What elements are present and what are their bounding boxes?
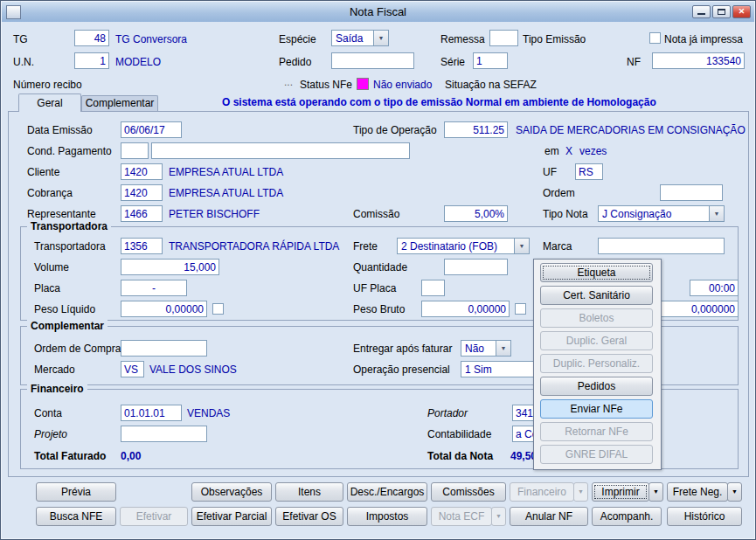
total-faturado-value: 0,00: [121, 450, 141, 462]
peso-bruto-checkbox[interactable]: [515, 303, 526, 315]
status-nfe-swatch: [357, 78, 369, 90]
serie-field[interactable]: 1: [473, 52, 508, 69]
menu-item-etiqueta[interactable]: Etiqueta: [540, 263, 653, 282]
minimize-button[interactable]: [692, 5, 711, 18]
nota-ecf-dropdown-button: ▼: [491, 507, 506, 526]
tipo-operacao-field[interactable]: 511.25: [444, 121, 508, 138]
nota-fiscal-window: Nota Fiscal ✕ TG 48 TG Conversora Espéci…: [0, 0, 756, 540]
anular-nf-button[interactable]: Anular NF: [510, 507, 588, 526]
observacoes-button[interactable]: Observações: [191, 482, 272, 502]
minimize-icon: [697, 13, 705, 15]
frete-neg-dropdown-button[interactable]: ▼: [727, 482, 742, 502]
efetivar-parcial-button[interactable]: Efetivar Parcial: [191, 507, 272, 526]
menu-item-boletos: Boletos: [540, 308, 653, 328]
comissao-label: Comissão: [353, 208, 399, 220]
chevron-down-icon[interactable]: ▼: [496, 341, 510, 356]
comissao-field[interactable]: 5,00%: [444, 205, 508, 222]
cobranca-code-field[interactable]: 1420: [121, 184, 163, 201]
menu-item-cert-sanitario[interactable]: Cert. Sanitário: [540, 286, 653, 305]
projeto-label: Projeto: [34, 428, 67, 440]
frete-select[interactable]: 2 Destinatario (FOB)▼: [397, 238, 530, 254]
representante-code-field[interactable]: 1466: [121, 205, 163, 222]
conta-field[interactable]: 01.01.01: [121, 405, 182, 421]
numero-recibo-label: Número recibo: [13, 79, 82, 91]
volume-field[interactable]: 15,000: [121, 259, 219, 275]
tab-complementar[interactable]: Complementar: [81, 95, 158, 111]
cliente-name: EMPRESA ATUAL LTDA: [169, 166, 283, 178]
remessa-label: Remessa: [440, 33, 485, 45]
ordem-compra-field[interactable]: [121, 340, 207, 357]
impostos-button[interactable]: Impostos: [347, 507, 427, 526]
status-nfe-value: Não enviado: [373, 79, 432, 91]
imprimir-button[interactable]: Imprimir: [592, 482, 649, 502]
menu-item-pedidos[interactable]: Pedidos: [540, 377, 653, 396]
nota-impressa-checkbox[interactable]: [649, 32, 661, 44]
historico-button[interactable]: Histórico: [667, 507, 742, 526]
tg-field[interactable]: 48: [74, 30, 109, 46]
hora-field[interactable]: 00:00: [690, 280, 739, 296]
ordem-field[interactable]: [660, 184, 723, 201]
transportadora-code-field[interactable]: 1356: [121, 238, 163, 254]
efetivar-button: Efetivar: [120, 507, 188, 526]
cobranca-name: EMPRESA ATUAL LTDA: [169, 187, 283, 199]
entregar-select[interactable]: Não▼: [461, 340, 511, 357]
tipo-nota-select[interactable]: J Consignação▼: [598, 205, 725, 222]
pedido-field[interactable]: [331, 52, 414, 69]
titlebar[interactable]: Nota Fiscal ✕: [2, 2, 754, 22]
cond-pagamento-label: Cond. Pagamento: [27, 145, 112, 157]
projeto-field[interactable]: [121, 426, 207, 442]
maximize-button[interactable]: [712, 5, 731, 18]
cond-pagamento-code-field[interactable]: [121, 142, 149, 159]
situacao-sefaz-label: Situação na SEFAZ: [445, 79, 537, 91]
tg-desc: TG Conversora: [115, 33, 187, 45]
ordem-compra-label: Ordem de Compra: [34, 343, 121, 355]
desc-encargos-button[interactable]: Desc./Encargos: [347, 482, 427, 502]
menu-item-duplic-personaliz: Duplic. Personaliz.: [540, 354, 653, 373]
vezes-label: vezes: [579, 145, 607, 157]
menu-item-enviar-nfe[interactable]: Enviar NFe: [540, 399, 653, 419]
representante-name: PETER BISCHOFF: [169, 208, 260, 220]
mercado-code-field[interactable]: VS: [121, 361, 144, 377]
cliente-code-field[interactable]: 1420: [121, 163, 163, 180]
chevron-down-icon[interactable]: ▼: [373, 31, 388, 45]
efetivar-os-button[interactable]: Efetivar OS: [275, 507, 343, 526]
nota-impressa-label: Nota já impressa: [664, 33, 743, 45]
acompanh-button[interactable]: Acompanh.: [592, 507, 662, 526]
operacao-label: Operação presencial: [353, 363, 450, 376]
imprimir-dropdown-button[interactable]: ▼: [648, 482, 663, 502]
data-emissao-field[interactable]: 06/06/17: [121, 121, 182, 138]
vezes-value: X: [565, 145, 572, 157]
uf-field[interactable]: RS: [575, 163, 603, 180]
tab-geral[interactable]: Geral: [18, 93, 81, 112]
peso-liquido-field[interactable]: 0,00000: [121, 301, 207, 317]
remessa-field[interactable]: [489, 30, 518, 46]
homologacao-banner: O sistema está operando com o tipo de em…: [222, 96, 656, 108]
representante-label: Representante: [27, 208, 96, 220]
peso-liquido-checkbox[interactable]: [212, 303, 224, 315]
busca-nfe-button[interactable]: Busca NFE: [36, 507, 116, 526]
quantidade-field[interactable]: [444, 259, 508, 275]
marca-field[interactable]: [598, 238, 725, 254]
placa-field[interactable]: -: [121, 280, 187, 296]
itens-button[interactable]: Itens: [275, 482, 343, 502]
nf-field[interactable]: 133540: [652, 52, 745, 69]
chevron-down-icon[interactable]: ▼: [709, 206, 724, 221]
portador-label: Portador: [427, 407, 468, 419]
un-field[interactable]: 1: [74, 52, 109, 69]
frete-neg-button[interactable]: Frete Neg.: [667, 482, 728, 502]
peso-bruto-field[interactable]: 0,00000: [421, 301, 510, 317]
financeiro-dropdown-button: ▼: [573, 482, 588, 502]
close-button[interactable]: ✕: [732, 5, 751, 18]
comissoes-button[interactable]: Comissões: [431, 482, 506, 502]
previa-button[interactable]: Prévia: [36, 482, 116, 502]
recibo-browse-button[interactable]: ...: [284, 76, 293, 88]
chevron-down-icon[interactable]: ▼: [514, 239, 529, 253]
valor-direita-field[interactable]: 0,000000: [651, 301, 739, 317]
tipo-emissao-label: Tipo Emissão: [523, 33, 586, 45]
tipo-nota-label: Tipo Nota: [543, 208, 588, 220]
menu-item-gnre-difal: GNRE DIFAL: [540, 445, 653, 464]
cond-pagamento-desc-field[interactable]: [151, 142, 410, 159]
peso-liquido-label: Peso Líquido: [34, 303, 95, 315]
especie-select[interactable]: Saída▼: [331, 30, 389, 46]
uf-placa-field[interactable]: [421, 280, 445, 296]
